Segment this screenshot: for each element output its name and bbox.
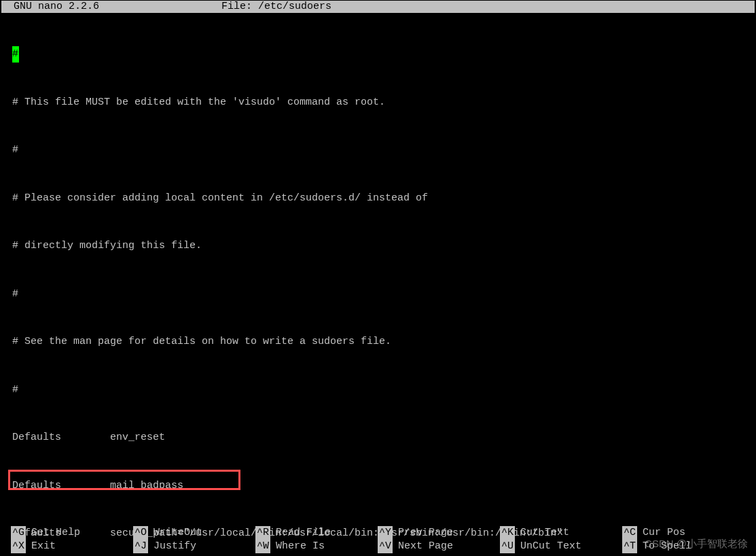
- shortcut-read-file[interactable]: ^RRead File: [255, 526, 378, 540]
- key-label: ^R: [255, 526, 270, 540]
- shortcut-label: Next Page: [398, 540, 453, 553]
- terminal-window: GNU nano 2.2.6 File: /etc/sudoers # # Th…: [0, 0, 756, 556]
- key-label: ^K: [500, 526, 515, 540]
- shortcut-label: UnCut Text: [520, 540, 581, 553]
- file-line: # Please consider adding local content i…: [1, 190, 755, 207]
- file-line: Defaults env_reset: [1, 430, 755, 446]
- shortcut-justify[interactable]: ^JJustify: [133, 540, 255, 553]
- shortcut-next-page[interactable]: ^VNext Page: [378, 540, 500, 553]
- file-line: #: [1, 382, 755, 398]
- header-tail: [331, 1, 698, 12]
- file-line: #: [1, 46, 755, 63]
- watermark: CSDN @小手智联老徐: [645, 538, 748, 551]
- key-label: ^J: [133, 540, 148, 553]
- shortcut-label: Prev Page: [398, 526, 453, 540]
- key-label: ^W: [255, 540, 270, 553]
- shortcut-label: Get Help: [31, 526, 80, 540]
- shortcut-label: Exit: [31, 540, 56, 553]
- shortcuts-footer: ^GGet Help ^OWriteOut ^RRead File ^YPrev…: [0, 526, 756, 553]
- key-label: ^O: [133, 526, 148, 540]
- key-label: ^X: [11, 540, 26, 553]
- shortcut-label: Where Is: [276, 540, 325, 553]
- editor-content[interactable]: # # This file MUST be edited with the 'v…: [1, 13, 755, 556]
- key-label: ^T: [622, 540, 637, 553]
- file-label: File: /etc/sudoers: [221, 1, 331, 12]
- file-line: # See the man page for details on how to…: [1, 334, 755, 350]
- file-line: #: [1, 286, 755, 302]
- shortcut-cut-text[interactable]: ^KCut Text: [500, 526, 622, 540]
- key-label: ^C: [622, 526, 637, 540]
- cursor: #: [12, 46, 19, 63]
- header-spacer: [99, 1, 221, 12]
- file-line: # directly modifying this file.: [1, 238, 755, 254]
- shortcut-get-help[interactable]: ^GGet Help: [11, 526, 133, 540]
- shortcut-writeout[interactable]: ^OWriteOut: [133, 526, 255, 540]
- shortcut-exit[interactable]: ^XExit: [11, 540, 133, 553]
- nano-header: GNU nano 2.2.6 File: /etc/sudoers: [1, 1, 755, 13]
- app-name: GNU nano 2.2.6: [1, 1, 99, 12]
- file-line: #: [1, 142, 755, 158]
- file-line: # This file MUST be edited with the 'vis…: [1, 94, 755, 111]
- shortcut-prev-page[interactable]: ^YPrev Page: [378, 526, 500, 540]
- key-label: ^U: [500, 540, 515, 553]
- shortcut-label: Read File: [276, 526, 331, 540]
- key-label: ^G: [11, 526, 26, 540]
- key-label: ^Y: [378, 526, 393, 540]
- shortcut-label: Justify: [154, 540, 196, 553]
- file-line: Defaults mail_badpass: [1, 478, 755, 494]
- shortcut-uncut-text[interactable]: ^UUnCut Text: [500, 540, 622, 553]
- shortcut-label: Cut Text: [520, 526, 569, 540]
- shortcut-label: WriteOut: [154, 526, 202, 540]
- key-label: ^V: [378, 540, 393, 553]
- shortcut-where-is[interactable]: ^WWhere Is: [255, 540, 378, 553]
